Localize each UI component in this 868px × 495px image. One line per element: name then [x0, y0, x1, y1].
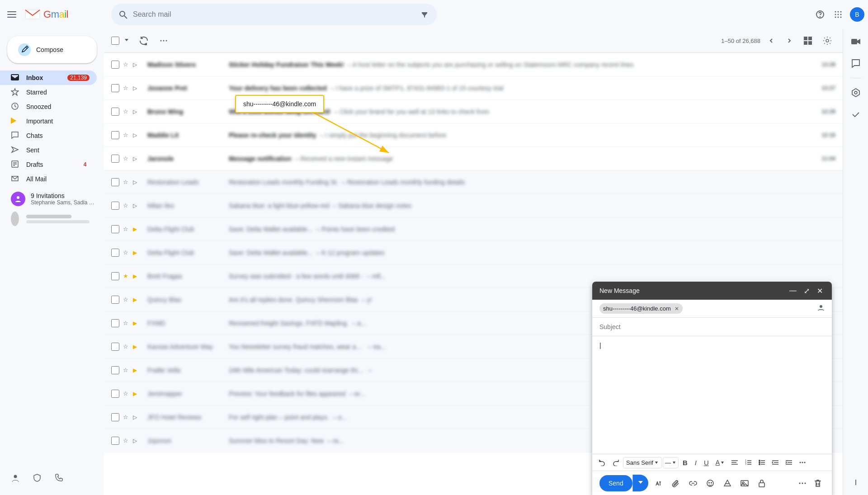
row-checkbox[interactable] [111, 296, 119, 304]
table-row[interactable]: ☆ ▶ Delta Flight Club Save: Delta Wallet… [104, 241, 843, 264]
star-button[interactable]: ☆ [121, 388, 130, 399]
compose-emoji-button[interactable] [703, 476, 717, 490]
compose-drive-button[interactable] [721, 476, 734, 490]
nav-chats[interactable]: Chats [0, 128, 97, 143]
compose-button[interactable]: Compose [7, 36, 97, 63]
settings-button[interactable] [819, 33, 835, 49]
invitations-item[interactable]: 9 Invitations Stephanie Sams, Sadia Site… [0, 190, 104, 208]
compose-delete-button[interactable] [811, 476, 825, 490]
important-button[interactable]: ▶ [132, 366, 138, 374]
important-button[interactable]: ▷ [132, 202, 138, 210]
compose-close-button[interactable]: ✕ [815, 285, 825, 297]
row-checkbox[interactable] [111, 131, 119, 139]
compose-expand-button[interactable]: ⤢ [802, 285, 811, 297]
next-page-button[interactable] [782, 33, 797, 48]
undo-button[interactable] [596, 456, 609, 469]
unknown-sidebar-item[interactable] [0, 212, 97, 226]
phone-footer-icon[interactable] [51, 470, 67, 486]
avatar[interactable]: B [850, 7, 864, 22]
star-button[interactable]: ☆ [121, 224, 130, 234]
apps-icon[interactable] [830, 6, 846, 23]
nav-sent[interactable]: Sent [0, 143, 97, 157]
row-checkbox[interactable] [111, 413, 119, 421]
important-button[interactable]: ▷ [132, 84, 138, 92]
star-button[interactable]: ☆ [121, 177, 130, 187]
compose-attach-button[interactable] [669, 476, 683, 490]
table-row[interactable]: ☆ ▷ Restoration Leads Restoration Leads … [104, 170, 843, 194]
prev-page-button[interactable] [764, 33, 778, 48]
row-checkbox[interactable] [111, 178, 119, 186]
italic-button[interactable]: I [692, 457, 700, 468]
indent-decrease-button[interactable] [769, 456, 782, 469]
star-button[interactable]: ☆ [121, 435, 130, 446]
star-button[interactable]: ★ [121, 271, 130, 281]
star-button[interactable]: ☆ [121, 200, 130, 211]
view-toggle-button[interactable] [800, 33, 816, 48]
star-button[interactable]: ☆ [121, 247, 130, 258]
compose-to-field[interactable]: shu---------46@kindle.com ✕ [592, 300, 832, 318]
row-checkbox[interactable] [111, 84, 119, 92]
text-color-button[interactable]: A [713, 457, 727, 468]
star-button[interactable]: ☆ [121, 294, 130, 305]
star-button[interactable]: ☆ [121, 412, 130, 422]
star-button[interactable]: ☆ [121, 59, 130, 70]
important-button[interactable]: ▶ [132, 272, 138, 280]
star-button[interactable]: ☆ [121, 130, 130, 140]
more-formatting-button[interactable] [796, 456, 809, 469]
star-button[interactable]: ☆ [121, 153, 130, 164]
font-family-selector[interactable]: Sans Serif [623, 457, 662, 468]
chat-icon[interactable] [847, 54, 865, 72]
expand-panel-icon[interactable] [847, 473, 865, 491]
tasks-icon[interactable] [847, 105, 865, 123]
nav-drafts[interactable]: Drafts 4 [0, 157, 97, 172]
spaces-icon[interactable] [847, 84, 865, 102]
compose-link-button[interactable] [686, 476, 700, 490]
important-button[interactable]: ▷ [132, 437, 138, 445]
send-options-button[interactable] [632, 475, 648, 491]
row-checkbox[interactable] [111, 61, 119, 69]
star-button[interactable]: ☆ [121, 318, 130, 328]
font-size-selector[interactable]: — [663, 457, 679, 468]
send-button[interactable]: Send [599, 475, 632, 491]
meet-icon[interactable] [847, 33, 865, 51]
star-button[interactable]: ☆ [121, 365, 130, 375]
star-button[interactable]: ☆ [121, 106, 130, 117]
bold-button[interactable]: B [679, 457, 691, 468]
nav-snoozed[interactable]: Snoozed [0, 99, 97, 114]
indent-increase-button[interactable] [783, 456, 795, 469]
row-checkbox[interactable] [111, 108, 119, 116]
table-row[interactable]: ☆ ▷ Jovanne Pret Your delivery has been … [104, 76, 843, 100]
table-row[interactable]: ☆ ▷ Madison Stivers Sticker Holiday Fund… [104, 53, 843, 76]
more-options-toolbar[interactable] [156, 33, 172, 49]
row-checkbox[interactable] [111, 437, 119, 445]
compose-subject-input[interactable] [599, 321, 825, 332]
menu-icon[interactable] [4, 6, 20, 23]
compose-body-area[interactable]: | [592, 336, 832, 454]
select-all-checkbox[interactable] [111, 37, 119, 45]
compose-header[interactable]: New Message — ⤢ ✕ [592, 282, 832, 300]
align-button[interactable] [728, 456, 741, 469]
shield-footer-icon[interactable] [29, 470, 45, 486]
important-button[interactable]: ▶ [132, 343, 138, 351]
select-dropdown-icon[interactable] [121, 35, 132, 46]
compose-more-options[interactable] [796, 476, 809, 490]
unordered-list-button[interactable] [755, 456, 768, 469]
compose-format-text-button[interactable] [652, 476, 665, 490]
table-row[interactable]: ☆ ▷ Bruno Wing WIN a 2000 Bonus Wing Gif… [104, 100, 843, 123]
contacts-footer-icon[interactable] [7, 470, 24, 486]
help-icon[interactable] [812, 6, 828, 23]
important-button[interactable]: ▶ [132, 319, 138, 327]
table-row[interactable]: ☆ ▷ Milan Iles Sabana blue: a light blue… [104, 194, 843, 217]
nav-all-mail[interactable]: All Mail [0, 172, 97, 186]
compose-to-chip[interactable]: shu---------46@kindle.com ✕ [599, 303, 683, 314]
row-checkbox[interactable] [111, 390, 119, 398]
star-button[interactable]: ☆ [121, 341, 130, 352]
important-button[interactable]: ▶ [132, 249, 138, 257]
important-button[interactable]: ▶ [132, 296, 138, 304]
important-button[interactable]: ▶ [132, 390, 138, 398]
ordered-list-button[interactable]: 123 [742, 456, 755, 469]
search-options-icon[interactable] [420, 10, 429, 19]
search-bar[interactable] [111, 4, 437, 25]
bcc-button[interactable] [817, 304, 825, 313]
important-button[interactable]: ▷ [132, 108, 138, 116]
